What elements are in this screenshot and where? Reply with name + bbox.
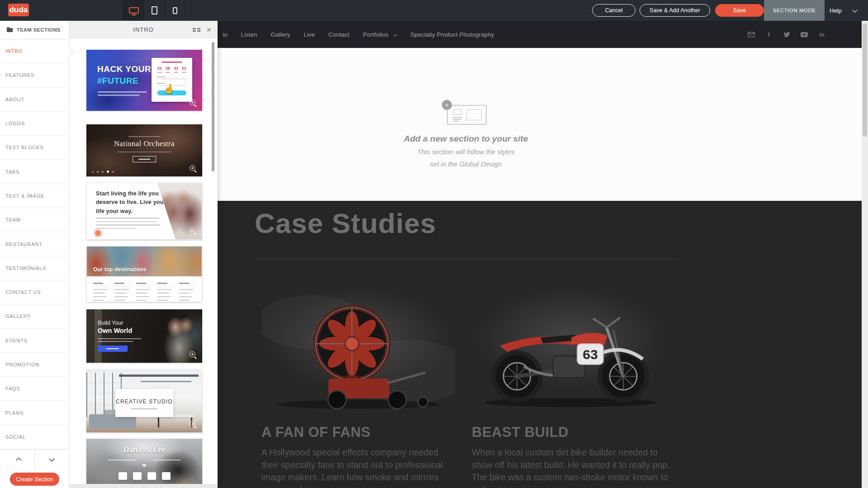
thumb-cta-button [98, 346, 128, 352]
social-links: f in [748, 21, 825, 48]
zoom-in-icon[interactable]: + [189, 290, 196, 298]
sidebar-item-text-image[interactable]: TEXT & IMAGE [0, 184, 69, 208]
chevron-up-icon [15, 457, 21, 463]
site-nav-item[interactable]: Specialty Product Photography [410, 31, 494, 38]
bike-number: 63 [583, 347, 598, 362]
create-section-button[interactable]: Create Section [10, 473, 59, 486]
case-study-body: A Hollywood special effects company need… [261, 446, 455, 488]
site-nav-item[interactable]: Listen [241, 31, 257, 38]
window-scrollbar[interactable] [862, 21, 868, 488]
zoom-in-icon[interactable]: + [190, 351, 197, 359]
sidebar-item-about[interactable]: ABOUT [0, 88, 69, 112]
section-thumb-hack-your-future[interactable]: HACK YOUR #FUTURE 03 08 43 52 ☝ + [86, 50, 202, 111]
thumb-title: CREATIVE STUDIO [115, 398, 173, 405]
thumb-title: Start living the life you deserve to liv… [96, 190, 171, 216]
editor-topbar: duda Cancel Save & Add Another Save SECT… [0, 0, 868, 21]
carousel-dots [92, 171, 114, 173]
linkedin-icon[interactable]: in [818, 31, 825, 38]
save-button[interactable]: Save [715, 4, 764, 17]
sidebar-item-faqs[interactable]: FAQS [0, 377, 69, 401]
sidebar-item-intro[interactable]: INTRO [0, 39, 69, 63]
zoom-in-icon[interactable]: + [190, 165, 197, 172]
section-thumb-creative-studio[interactable]: CREATIVE STUDIO + [86, 369, 202, 432]
thumb-title: National Orchestra [86, 139, 202, 148]
save-add-another-button[interactable]: Save & Add Another [640, 4, 710, 17]
chevron-down-icon[interactable] [852, 7, 857, 12]
thumb-title: Our top destinations [93, 266, 146, 273]
facebook-icon[interactable]: f [765, 31, 773, 38]
site-nav-item[interactable]: Contact [328, 31, 350, 38]
chevron-down-icon [142, 464, 147, 467]
tablet-view-button[interactable] [144, 0, 165, 21]
site-nav-item[interactable]: Live [304, 31, 315, 38]
section-thumb-national-orchestra[interactable]: National Orchestra + [86, 124, 202, 176]
window-scrollbar-thumb[interactable] [863, 24, 867, 137]
monitor-icon [129, 7, 139, 14]
case-study-card-bike: 63 BEAST BUILD When a local custom dirt … [472, 286, 670, 488]
panel-header: INTRO × [69, 21, 218, 38]
thumb-overlay-card: CREATIVE STUDIO [115, 389, 173, 417]
plus-icon: + [442, 100, 452, 110]
section-thumb-top-destinations[interactable]: Our top destinations + [86, 246, 202, 302]
youtube-icon[interactable] [801, 31, 808, 38]
sidebar-item-logos[interactable]: LOGOS [0, 112, 69, 136]
duda-editor: io Listen Gallery Live Contact Portfolio… [0, 0, 868, 488]
thumb-title: Dana & Lee [86, 445, 202, 455]
sidebar-item-text-blocks[interactable]: TEXT BLOCKS [0, 136, 69, 160]
add-section-dropzone[interactable]: + Add a new section to your site This se… [218, 48, 862, 201]
sidebar-item-promotion[interactable]: PROMOTION [0, 353, 69, 377]
section-thumb-build-your-own-world[interactable]: Build Your Own World + [86, 309, 202, 363]
sidebar-item-events[interactable]: EVENTS [0, 329, 69, 353]
site-nav-item[interactable]: io [223, 31, 228, 38]
section-thumb-dana-and-lee[interactable]: Dana & Lee [86, 439, 202, 484]
section-mode-badge: SECTION MODE [764, 0, 825, 21]
panel-scrollbar[interactable] [212, 42, 214, 171]
panel-title: INTRO [133, 26, 153, 33]
panel-thumbnails: HACK YOUR #FUTURE 03 08 43 52 ☝ + [69, 38, 218, 484]
sidebar-item-testimonials[interactable]: TESTIMONIALS [0, 256, 69, 280]
add-section-title: Add a new section to your site [398, 134, 534, 144]
grid-view-icon[interactable] [193, 28, 200, 32]
zoom-in-icon[interactable]: + [190, 421, 197, 428]
email-icon[interactable] [748, 31, 755, 38]
close-icon[interactable]: × [206, 24, 212, 35]
case-study-title: A FAN OF FANS [261, 424, 455, 441]
thumb-text-lines [98, 338, 141, 344]
sidebar-item-social[interactable]: SOCIAL [0, 425, 69, 449]
sidebar-item-restaurant[interactable]: RESTAURANT [0, 232, 69, 256]
case-study-body: When a local custom dirt bike builder ne… [472, 446, 670, 488]
scroll-up-button[interactable] [0, 450, 34, 470]
sidebar-items: INTRO FEATURES ABOUT LOGOS TEXT BLOCKS T… [0, 39, 69, 449]
thumb-countdown-card: 03 08 43 52 [152, 58, 192, 102]
chevron-down-icon [394, 33, 397, 36]
sidebar-header: TEAM SECTIONS [0, 21, 69, 39]
zoom-in-icon[interactable]: + [190, 99, 197, 107]
sidebar-item-plans[interactable]: PLANS [0, 401, 69, 425]
mobile-view-button[interactable] [165, 0, 185, 21]
help-menu[interactable]: Help [830, 0, 842, 21]
thumb-title-bold: Own World [98, 327, 132, 334]
thumb-title-accent: #FUTURE [97, 76, 138, 86]
cancel-button[interactable]: Cancel [592, 4, 636, 17]
desktop-view-button[interactable] [123, 0, 144, 21]
device-switcher [123, 0, 185, 21]
twitter-icon[interactable] [783, 31, 790, 38]
sections-sidebar: TEAM SECTIONS INTRO FEATURES ABOUT LOGOS… [0, 21, 69, 488]
duda-logo[interactable]: duda [8, 4, 29, 16]
sidebar-item-contact-us[interactable]: CONTACT US [0, 280, 69, 304]
sidebar-item-tabs[interactable]: TABS [0, 160, 69, 184]
sidebar-item-team[interactable]: TEAM [0, 208, 69, 232]
zoom-in-icon[interactable]: + [189, 228, 196, 235]
scroll-down-button[interactable] [34, 450, 69, 470]
add-section-subtitle: This section will follow the styles [398, 148, 534, 156]
site-nav-item[interactable]: Gallery [271, 31, 290, 38]
section-thumb-start-living[interactable]: Start living the life you deserve to liv… [86, 183, 202, 240]
case-studies-section: Case Studies [218, 201, 862, 488]
thumb-title: Build Your [98, 320, 123, 326]
sidebar-item-gallery[interactable]: GALLERY [0, 304, 69, 328]
phone-icon [173, 7, 177, 14]
sidebar-item-features[interactable]: FEATURES [0, 63, 69, 87]
folder-icon [7, 28, 13, 32]
add-section-subtitle: set in the Global Design [398, 160, 534, 168]
site-nav-item-portfolios[interactable]: Portfolios [363, 31, 397, 38]
